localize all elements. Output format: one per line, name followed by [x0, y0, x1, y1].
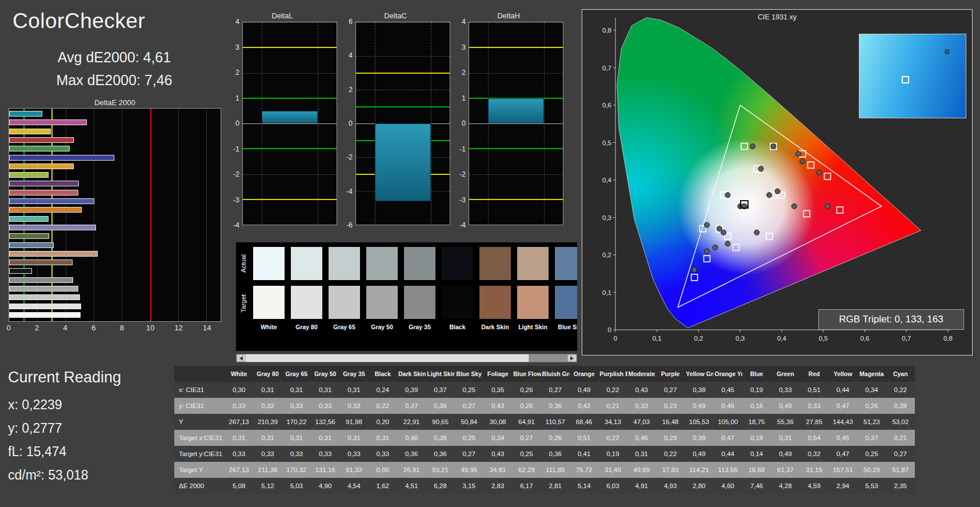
deltaC-tick-label: 2	[349, 86, 353, 94]
yellow-ref-line	[469, 47, 563, 48]
column-header-gray-65: Gray 65	[282, 366, 311, 382]
deltaL-gridline	[243, 225, 337, 225]
table-cell: 6,03	[598, 478, 627, 494]
table-cell: 90,65	[426, 414, 454, 430]
patch-label: Dark Skin	[479, 324, 511, 330]
table-cell: 4,28	[771, 478, 799, 494]
table-cell: 0,45	[714, 398, 742, 414]
table-cell: 0,29	[656, 430, 685, 446]
table-cell: 144,43	[829, 414, 857, 430]
table-cell: 0,22	[598, 430, 627, 446]
table-cell: 5,12	[253, 478, 282, 494]
deltaH-tick-label: 1	[462, 94, 466, 102]
table-cell: 0,22	[369, 398, 397, 414]
table-cell: 0,49	[771, 398, 799, 414]
table-cell: 0,47	[714, 430, 742, 446]
measured-point	[721, 230, 726, 235]
table-cell: 0,27	[541, 382, 570, 398]
cie-x-tick-label: 0	[614, 335, 617, 342]
deltae-gridline	[178, 109, 179, 321]
green-ref-line	[356, 106, 450, 107]
patch-label: Gray 50	[366, 324, 398, 330]
column-header-cyan: Cyan	[886, 366, 915, 382]
measured-point	[692, 268, 697, 273]
deltaH-guide-line	[544, 22, 545, 225]
table-cell: 0,38	[685, 430, 713, 446]
table-cell: 50,84	[455, 414, 483, 430]
deltae-x-tick-label: 2	[35, 324, 39, 332]
deltaC-tick-label: -6	[346, 221, 353, 229]
cie-x-tick-label: 0,3	[735, 335, 745, 342]
table-cell: 0,40	[397, 430, 426, 446]
deltaL-tick-label: 3	[235, 43, 239, 51]
column-header-purplish-blue: Purplish Blue	[598, 366, 627, 382]
table-cell: 0,25	[512, 446, 541, 462]
table-cell: 0,33	[225, 446, 253, 462]
red-ref-line	[150, 109, 151, 321]
table-cell: 4,59	[800, 478, 829, 494]
table-cell: 31,40	[598, 462, 627, 478]
measured-point	[717, 226, 722, 231]
rgb-triplet-readout: RGB Triplet: 0, 133, 163	[818, 309, 964, 330]
scroll-left-button[interactable]	[237, 354, 246, 362]
deltae-bar-gray-80	[9, 304, 81, 309]
row-label: Target Y	[174, 462, 225, 478]
table-cell: 0,27	[512, 430, 541, 446]
row-label: Y	[174, 414, 225, 430]
table-cell: 113,56	[714, 462, 742, 478]
scrollbar-thumb[interactable]	[246, 354, 529, 362]
cie-y-tick-label: 0,8	[602, 27, 611, 34]
table-cell: 50,29	[857, 462, 886, 478]
deltaL-guide-line	[262, 22, 262, 225]
cie-y-tick-label: 0,1	[602, 289, 611, 296]
table-cell: 0,46	[627, 430, 656, 446]
table-cell: 105,00	[714, 414, 742, 430]
table-cell: 0,44	[714, 446, 742, 462]
table-cell: 4,51	[397, 478, 426, 494]
cie-x-tick-label: 0,4	[777, 335, 787, 342]
table-cell: 4,60	[714, 478, 742, 494]
table-cell: 170,32	[282, 462, 311, 478]
column-header-yellow: Yellow	[829, 366, 857, 382]
table-cell: 0,19	[742, 430, 771, 446]
yellow-ref-line	[469, 199, 563, 200]
table-cell: 4,90	[311, 478, 339, 494]
column-header-magenta: Magenta	[857, 366, 886, 382]
table-cell: 0,47	[829, 398, 857, 414]
actual-patch-gray-50	[366, 247, 398, 280]
deltaL-guide-line	[318, 22, 318, 225]
table-cell: 0,19	[598, 446, 627, 462]
table-cell: 0,33	[800, 398, 829, 414]
table-row-y: Y267,13210,39170,22132,5691,980,2022,919…	[174, 414, 915, 430]
table-corner-cell	[174, 366, 225, 382]
actual-patch-gray-65	[329, 247, 360, 280]
table-cell: 2,94	[829, 478, 857, 494]
deltaH-tick-label: 0	[462, 119, 466, 127]
cie-y-tick-label: 0,6	[602, 102, 611, 109]
deltaC-gridline	[356, 90, 450, 90]
table-cell: 0,36	[541, 446, 570, 462]
current-reading-panel: Current Reading x: 0,2239 y: 0,2777 fL: …	[8, 369, 121, 487]
table-cell: 0,49	[685, 446, 713, 462]
table-cell: 0,21	[886, 430, 915, 446]
table-cell: 0,28	[886, 398, 915, 414]
target-patch-light-skin	[517, 286, 549, 319]
table-cell: 16,48	[656, 414, 685, 430]
target-patch-gray-80	[291, 286, 322, 319]
scrollbar-track[interactable]	[246, 354, 567, 362]
deltae-bar-black	[9, 268, 32, 274]
deltae-x-tick-label: 8	[120, 324, 124, 332]
patch-strip-scrollbar[interactable]	[236, 354, 577, 362]
scroll-right-button[interactable]	[567, 354, 577, 362]
deltae-bar-magenta	[9, 119, 87, 125]
actual-patch-light-skin	[517, 247, 549, 280]
table-cell: 0,26	[541, 430, 570, 446]
table-cell: 34,13	[598, 414, 627, 430]
deltaL-tick-label: 2	[235, 69, 239, 77]
table-cell: 0,36	[541, 398, 570, 414]
actual-patch-row	[253, 247, 577, 280]
deltae-x-tick-label: 12	[174, 324, 182, 332]
deltaL-tick-label: -1	[233, 145, 239, 153]
deltae-bar-bluish-green	[9, 216, 49, 222]
table-cell: 132,56	[311, 414, 339, 430]
